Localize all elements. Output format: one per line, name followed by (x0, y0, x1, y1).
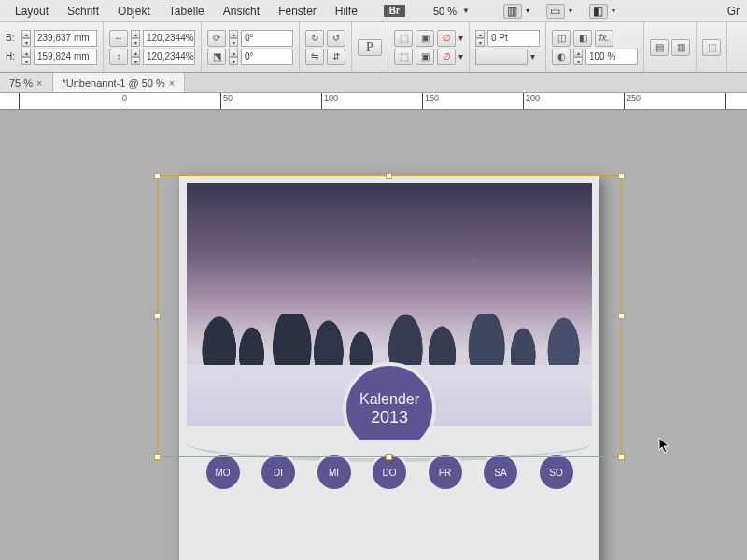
scale-y-input[interactable]: 120,2344% (143, 49, 195, 65)
ruler-tick (19, 93, 21, 110)
shear-icon: ⬔ (207, 49, 226, 65)
opacity-input[interactable]: 100 % (585, 49, 638, 65)
opacity-stepper[interactable]: ▴▾ (573, 49, 583, 65)
ruler-tick: 0 (120, 93, 127, 110)
ruler-tick: 150 (422, 93, 439, 110)
ruler-tick: 100 (321, 93, 338, 110)
selection-handle-tr[interactable] (618, 173, 625, 179)
document-canvas[interactable]: Kalender 2013 MO DI MI DO FR SA SO (0, 110, 747, 560)
mouse-cursor (658, 437, 671, 454)
zoom-value: 50 % (433, 6, 457, 17)
fill-stroke-group: ⬚ ▣ ∅▾ ⬚ ▣ ∅▾ (388, 22, 470, 72)
stroke-none-icon[interactable]: ∅ (437, 49, 456, 65)
scale-group: ↔ ▴▾ 120,2344% ↕ ▴▾ 120,2344% (104, 22, 202, 72)
rotate-input[interactable]: 0° (241, 30, 293, 47)
crop-group: ⬚ (697, 22, 727, 72)
selection-handle-ml[interactable] (154, 313, 161, 319)
menu-layout[interactable]: Layout (7, 3, 56, 20)
scale-y-icon: ↕ (109, 49, 128, 65)
selection-handle-tl[interactable] (154, 173, 161, 179)
flip-h-button[interactable]: ⇋ (305, 49, 324, 65)
day-fr[interactable]: FR (426, 453, 465, 492)
ruler-tick (725, 93, 727, 110)
menu-window[interactable]: Fenster (271, 3, 324, 20)
width-stepper[interactable]: ▴▾ (21, 30, 31, 47)
rotate-cw-button[interactable]: ↻ (305, 30, 324, 47)
day-mo[interactable]: MO (204, 453, 243, 492)
flip-v-button[interactable]: ⇵ (327, 49, 345, 65)
effects-icon-1[interactable]: ◫ (552, 30, 571, 47)
height-label: H: (6, 51, 19, 62)
effects-group: ◫ ◧ fx. ◐ ▴▾ 100 % (546, 22, 644, 72)
content-select-icon-2[interactable]: ▣ (416, 49, 434, 65)
selection-handle-tc[interactable] (386, 173, 392, 179)
shear-stepper[interactable]: ▴▾ (229, 49, 238, 65)
chevron-down-icon: ▾ (569, 7, 572, 15)
menu-table[interactable]: Tabelle (162, 3, 212, 20)
text-frame-icon-1[interactable]: ▤ (650, 39, 669, 56)
right-menu-label: Gr (727, 5, 740, 18)
chevron-down-icon: ▼ (462, 7, 470, 15)
selection-handle-bc[interactable] (386, 454, 392, 460)
day-so[interactable]: SO (537, 453, 576, 492)
fx-button[interactable]: fx. (595, 30, 613, 47)
stroke-stepper[interactable]: ▴▾ (475, 30, 485, 47)
container-select-icon-2[interactable]: ⬚ (394, 49, 413, 65)
view-mode-icon-2[interactable]: ▭ (546, 4, 565, 19)
ruler-tick: 200 (523, 93, 540, 110)
menu-help[interactable]: Hilfe (328, 3, 365, 20)
flip-group: ↻↺ ⇋⇵ (300, 22, 352, 72)
day-mi[interactable]: MI (315, 453, 354, 492)
rotate-icon: ⟳ (207, 30, 226, 47)
opacity-icon: ◐ (552, 49, 571, 65)
scale-x-input[interactable]: 120,2344% (143, 30, 195, 47)
height-stepper[interactable]: ▴▾ (21, 49, 31, 65)
text-wrap-group: P (352, 22, 388, 72)
rotate-ccw-button[interactable]: ↺ (327, 30, 345, 47)
tab-75pct[interactable]: 75 % × (0, 73, 53, 92)
crop-icon[interactable]: ⬚ (702, 39, 721, 56)
char-icon[interactable]: P (358, 39, 382, 56)
horizontal-ruler[interactable]: 0 50 100 150 200 250 (0, 93, 747, 110)
menu-object[interactable]: Objekt (110, 3, 158, 20)
ruler-tick: 50 (220, 93, 233, 110)
rotate-group: ⟳ ▴▾ 0° ⬔ ▴▾ 0° (202, 22, 300, 72)
menu-bar: Layout Schrift Objekt Tabelle Ansicht Fe… (0, 0, 747, 22)
stroke-style-select[interactable] (475, 49, 528, 65)
selection-frame[interactable] (157, 175, 622, 457)
selection-handle-bl[interactable] (154, 454, 161, 460)
document-tabs: 75 % × *Unbenannt-1 @ 50 % × (0, 73, 747, 93)
bridge-badge[interactable]: Br (384, 5, 405, 17)
day-sa[interactable]: SA (481, 453, 520, 492)
tab-unbenannt[interactable]: *Unbenannt-1 @ 50 % × (53, 73, 186, 92)
close-icon[interactable]: × (169, 77, 175, 89)
height-input[interactable]: 159,824 mm (34, 49, 97, 65)
selection-handle-br[interactable] (618, 454, 625, 460)
rotate-stepper[interactable]: ▴▾ (229, 30, 238, 47)
text-frame-icon-2[interactable]: ▥ (671, 39, 690, 56)
view-mode-icon-1[interactable]: ▥ (503, 4, 522, 19)
fill-none-icon[interactable]: ∅ (437, 30, 456, 47)
scale-x-stepper[interactable]: ▴▾ (131, 30, 140, 47)
effects-icon-2[interactable]: ◧ (573, 30, 592, 47)
dimensions-group: B: ▴▾ 239,837 mm H: ▴▾ 159,824 mm (0, 22, 104, 72)
shear-input[interactable]: 0° (241, 49, 293, 65)
width-label: B: (6, 33, 19, 43)
menu-view[interactable]: Ansicht (216, 3, 267, 20)
content-select-icon[interactable]: ▣ (416, 30, 434, 47)
width-input[interactable]: 239,837 mm (34, 30, 97, 47)
text-frame-group: ▤▥ (644, 22, 697, 72)
chevron-down-icon: ▾ (458, 51, 463, 62)
selection-handle-mr[interactable] (618, 313, 625, 319)
view-mode-icon-3[interactable]: ◧ (589, 4, 608, 19)
menu-font[interactable]: Schrift (60, 3, 106, 20)
zoom-selector[interactable]: 50 % ▼ (430, 6, 473, 17)
scale-y-stepper[interactable]: ▴▾ (131, 49, 140, 65)
container-select-icon[interactable]: ⬚ (394, 30, 413, 47)
stroke-weight-input[interactable]: 0 Pt (487, 30, 540, 47)
close-icon[interactable]: × (36, 77, 42, 89)
chevron-down-icon: ▾ (526, 7, 529, 15)
ruler-tick: 250 (624, 93, 641, 110)
day-di[interactable]: DI (259, 453, 298, 492)
stroke-weight-group: ▴▾ 0 Pt ▾ (470, 22, 546, 72)
